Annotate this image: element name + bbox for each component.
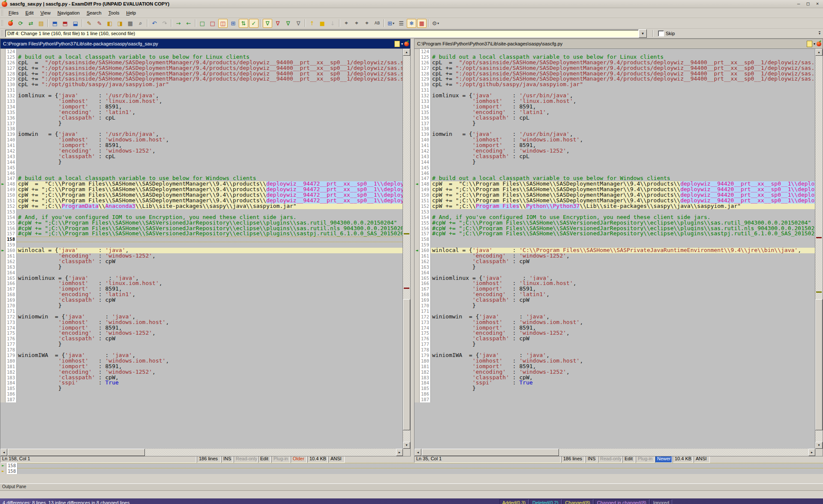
- code-line[interactable]: 129cpL += ":/opt/sasinside/SASHome/SASDe…: [415, 76, 815, 82]
- code-line[interactable]: 183 'classpath' : cpW,: [0, 375, 402, 381]
- code-line[interactable]: 133 'iomhost' : 'linux.iom.host',: [415, 99, 815, 104]
- code-line[interactable]: 142 'encoding' : 'windows-1252',: [415, 148, 815, 154]
- scroll-left-icon[interactable]: ◄: [415, 449, 421, 456]
- menu-edit[interactable]: Edit: [22, 9, 37, 16]
- code-line[interactable]: 157#cpW += ";C:\\Program Files\\SASHome\…: [415, 231, 815, 237]
- code-line[interactable]: 161 'encoding' : 'windows-1252',: [0, 253, 402, 259]
- code-line[interactable]: 146: [0, 171, 402, 176]
- code-line[interactable]: 171: [415, 309, 815, 314]
- code-line[interactable]: 171: [0, 309, 402, 314]
- code-line[interactable]: 135 'encoding' : 'latin1',: [0, 110, 402, 115]
- code-line[interactable]: 144 }: [415, 159, 815, 165]
- show-second-pane-only-icon[interactable]: □: [208, 19, 217, 28]
- code-line[interactable]: ◄148cpW = "C:\\Program Files\\SASHome\\S…: [415, 181, 815, 187]
- code-line[interactable]: 168 'encoding' : 'latin1',: [0, 292, 402, 297]
- code-line[interactable]: 162 'classpath' : cpW: [415, 259, 815, 264]
- code-line[interactable]: 145: [415, 165, 815, 171]
- code-line[interactable]: 155#cpW += ";C:\\Program Files\\SASHome\…: [0, 220, 402, 226]
- code-line[interactable]: 149cpW += ";C:\\Program Files\\SASHome\\…: [0, 187, 402, 192]
- split-horizontal-icon[interactable]: ⊞: [228, 19, 238, 28]
- code-line[interactable]: 131: [0, 87, 402, 93]
- code-line[interactable]: 178: [415, 347, 815, 353]
- code-line[interactable]: 136 'classpath' : cpL: [0, 115, 402, 121]
- compare-files-icon[interactable]: [6, 19, 15, 28]
- code-line[interactable]: 147# build out a local classpath variabl…: [415, 176, 815, 181]
- pane-splitter[interactable]: [0, 474, 823, 483]
- scrollbar-thumb[interactable]: [815, 299, 823, 430]
- current-diff-combo[interactable]: Diff 4: Change 1 line (160, first file) …: [5, 30, 639, 37]
- code-line[interactable]: 151cpW += ";C:\\Program Files\\SASHome\\…: [0, 198, 402, 204]
- toolbar-grip[interactable]: [1, 20, 4, 27]
- scrollbar-thumb[interactable]: [403, 299, 410, 430]
- skip-checkbox[interactable]: [658, 30, 664, 36]
- code-line[interactable]: 140 'iomhost' : 'windows.iom.host',: [415, 137, 815, 143]
- code-line[interactable]: 173 'iomhost' : 'windows.iom.host',: [0, 320, 402, 325]
- code-line[interactable]: 137 }: [415, 121, 815, 126]
- code-line[interactable]: 166 'iomhost' : 'linux.iom.host',: [0, 281, 402, 286]
- code-line[interactable]: 136 'classpath' : cpL: [415, 115, 815, 121]
- scrollbar-track[interactable]: [7, 449, 396, 456]
- code-line[interactable]: 146: [415, 171, 815, 176]
- code-line[interactable]: 125# build out a local classpath variabl…: [415, 54, 815, 60]
- code-line[interactable]: 181 'iomport' : 8591,: [415, 364, 815, 369]
- find-previous-difference-icon[interactable]: ⌖: [352, 19, 361, 28]
- ab-edit-icon[interactable]: AB: [372, 19, 382, 28]
- code-line[interactable]: 139iomwin = {'java' : '/usr/bin/java',: [0, 132, 402, 137]
- recompare-icon[interactable]: ⟳: [16, 19, 25, 28]
- horizontal-scrollbar[interactable]: ◄ ►: [415, 449, 815, 456]
- code-line[interactable]: 153: [0, 209, 402, 215]
- menu-navigation[interactable]: Navigation: [54, 9, 83, 16]
- code-line[interactable]: 174 'iomport' : 8591,: [415, 325, 815, 331]
- split-vertical-icon[interactable]: ◫: [218, 19, 228, 28]
- find-next-difference-icon[interactable]: ⌖: [362, 19, 372, 28]
- code-line[interactable]: ►160winlocal = {'java' : 'java',: [0, 248, 402, 253]
- output-pane-caption[interactable]: Output Pane: [0, 483, 823, 491]
- show-first-pane-only-icon[interactable]: □: [198, 19, 207, 28]
- toolbar-grip[interactable]: [1, 30, 4, 36]
- scroll-down-icon[interactable]: ▼: [403, 442, 410, 449]
- plugins-icon[interactable]: ❄: [407, 19, 416, 28]
- code-line[interactable]: 156#cpW += ";C:\\Program Files\\SASHome\…: [0, 226, 402, 231]
- find-first-difference-icon[interactable]: ⌖: [342, 19, 351, 28]
- copy-block-right-icon[interactable]: →: [174, 19, 183, 28]
- file-actions-icon[interactable]: [394, 41, 400, 47]
- scrollbar-track[interactable]: [403, 56, 410, 442]
- code-line[interactable]: 144 }: [0, 159, 402, 165]
- auto-recompare-icon[interactable]: ⇅: [239, 19, 248, 28]
- code-line[interactable]: 158: [415, 237, 815, 242]
- code-line[interactable]: 147# build out a local classpath variabl…: [0, 176, 402, 181]
- edit-second-file-icon[interactable]: ✎: [95, 19, 104, 28]
- vertical-scrollbar[interactable]: ▲ ▼: [815, 49, 823, 449]
- code-line[interactable]: 130cpL += ":/opt/github/saspy/java/saspy…: [415, 82, 815, 87]
- scrollbar-track[interactable]: [815, 56, 823, 442]
- code-line[interactable]: 140 'iomhost' : 'windows.iom.host',: [0, 137, 402, 143]
- merge-left-icon[interactable]: ◧: [105, 19, 114, 28]
- code-line[interactable]: 167 'iomport' : 8591,: [415, 286, 815, 292]
- scrollbar-track[interactable]: [421, 449, 808, 456]
- first-file-header[interactable]: C:\Program Files\Python\Python37\Lib\sit…: [0, 39, 411, 49]
- undo-icon[interactable]: ↶: [150, 19, 159, 28]
- code-line[interactable]: 173 'iomhost' : 'windows.iom.host',: [415, 320, 815, 325]
- minimize-button[interactable]: —: [795, 1, 802, 7]
- menu-files[interactable]: Files: [5, 9, 22, 16]
- show-checkmarks-icon[interactable]: ✓: [249, 19, 258, 28]
- scroll-right-icon[interactable]: ►: [396, 449, 403, 456]
- redo-icon[interactable]: ↷: [160, 19, 169, 28]
- code-line[interactable]: 165winiomlinux = {'java' : 'java',: [0, 276, 402, 281]
- code-line[interactable]: 151cpW += ";C:\\Program Files\\SASHome\\…: [415, 198, 815, 204]
- code-line[interactable]: 135 'encoding' : 'latin1',: [415, 110, 815, 115]
- code-line[interactable]: 170 }: [0, 303, 402, 309]
- menu-tools[interactable]: Tools: [105, 9, 123, 16]
- save-all-icon[interactable]: ⬓: [71, 19, 80, 28]
- show-matching-lines-only-icon[interactable]: ∇: [283, 19, 293, 28]
- code-line[interactable]: 181 'iomport' : 8591,: [0, 364, 402, 369]
- code-line[interactable]: 128cpL += ":/opt/sasinside/SASHome/SASDe…: [415, 71, 815, 77]
- edit-grid-options-icon[interactable]: ▦: [417, 19, 427, 28]
- code-line[interactable]: 154# And, if you've configured IOM to us…: [0, 215, 402, 220]
- code-line[interactable]: 175 'encoding' : 'windows-1252',: [415, 330, 815, 336]
- code-line[interactable]: 130cpL += ":/opt/github/saspy/java/saspy…: [0, 82, 402, 87]
- code-line[interactable]: 186: [415, 391, 815, 397]
- code-line[interactable]: 164: [0, 270, 402, 276]
- code-line[interactable]: 183 'classpath' : cpW,: [415, 375, 815, 381]
- code-line[interactable]: 126cpL = "/opt/sasinside/SASHome/SASDepl…: [415, 60, 815, 66]
